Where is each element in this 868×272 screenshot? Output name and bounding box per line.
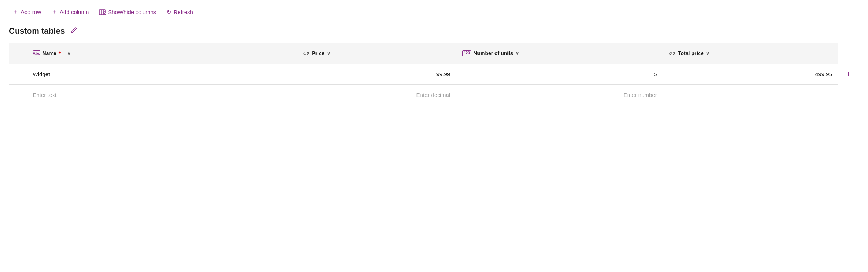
units-type-icon: 123	[462, 50, 471, 56]
row-selector-header	[9, 43, 27, 64]
new-row-total-cell	[663, 84, 838, 105]
refresh-button[interactable]: ↻ Refresh	[163, 6, 197, 18]
units-value: 5	[654, 71, 657, 77]
column-header-price[interactable]: 0.0 Price ∨	[297, 43, 456, 64]
show-hide-label: Show/hide columns	[108, 9, 156, 15]
add-column-from-table-button[interactable]: +	[838, 43, 859, 105]
new-row: Enter text Enter decimal Enter number	[9, 84, 838, 105]
price-placeholder: Enter decimal	[416, 92, 450, 98]
name-placeholder: Enter text	[33, 92, 57, 98]
new-row-units-cell[interactable]: Enter number	[456, 84, 663, 105]
price-type-icon: 0.0	[303, 51, 309, 56]
edit-title-button[interactable]	[69, 25, 79, 37]
name-value: Widget	[33, 71, 50, 77]
add-column-plus-icon: +	[846, 69, 851, 79]
pencil-icon	[70, 28, 78, 35]
data-table: Abc Name * ↑ ∨ 0.0 Price ∨	[9, 43, 838, 105]
cell-total-widget[interactable]: 499.95	[663, 64, 838, 84]
name-col-label: Name	[43, 50, 57, 56]
cell-name-widget[interactable]: Widget	[27, 64, 297, 84]
show-hide-icon	[99, 9, 106, 16]
column-header-total-price[interactable]: 0.0 Total price ∨	[663, 43, 838, 64]
add-row-button[interactable]: ＋ Add row	[9, 6, 45, 18]
table-header-row: Abc Name * ↑ ∨ 0.0 Price ∨	[9, 43, 838, 64]
units-col-label: Number of units	[473, 50, 513, 56]
price-chevron-icon[interactable]: ∨	[327, 51, 330, 56]
refresh-icon: ↻	[166, 9, 171, 16]
refresh-label: Refresh	[173, 9, 193, 15]
total-type-icon: 0.0	[669, 51, 675, 56]
page-title: Custom tables	[9, 26, 65, 36]
cell-units-widget[interactable]: 5	[456, 64, 663, 84]
total-col-label: Total price	[678, 50, 704, 56]
units-placeholder: Enter number	[624, 92, 657, 98]
name-required-star: *	[59, 50, 61, 56]
table-row: Widget 99.99 5 499.95	[9, 64, 838, 84]
name-chevron-icon[interactable]: ∨	[67, 51, 71, 56]
new-row-name-cell[interactable]: Enter text	[27, 84, 297, 105]
name-type-icon: Abc	[33, 50, 40, 56]
row-selector-cell[interactable]	[9, 64, 27, 84]
column-header-name[interactable]: Abc Name * ↑ ∨	[27, 43, 297, 64]
table-container: Abc Name * ↑ ∨ 0.0 Price ∨	[9, 43, 859, 105]
show-hide-columns-button[interactable]: Show/hide columns	[95, 7, 160, 18]
new-row-selector	[9, 84, 27, 105]
units-chevron-icon[interactable]: ∨	[516, 51, 519, 56]
total-value: 499.95	[815, 71, 832, 77]
page-title-row: Custom tables	[9, 25, 859, 37]
price-value: 99.99	[436, 71, 450, 77]
new-row-price-cell[interactable]: Enter decimal	[297, 84, 456, 105]
add-column-button[interactable]: ＋ Add column	[48, 6, 92, 18]
total-chevron-icon[interactable]: ∨	[706, 51, 709, 56]
name-sort-icons[interactable]: ↑	[63, 51, 65, 56]
toolbar: ＋ Add row ＋ Add column Show/hide columns…	[9, 6, 859, 18]
price-col-label: Price	[312, 50, 324, 56]
add-row-icon: ＋	[13, 8, 18, 16]
add-column-icon: ＋	[51, 8, 57, 16]
column-header-units[interactable]: 123 Number of units ∨	[456, 43, 663, 64]
cell-price-widget[interactable]: 99.99	[297, 64, 456, 84]
add-column-label: Add column	[60, 9, 89, 15]
add-row-label: Add row	[21, 9, 41, 15]
